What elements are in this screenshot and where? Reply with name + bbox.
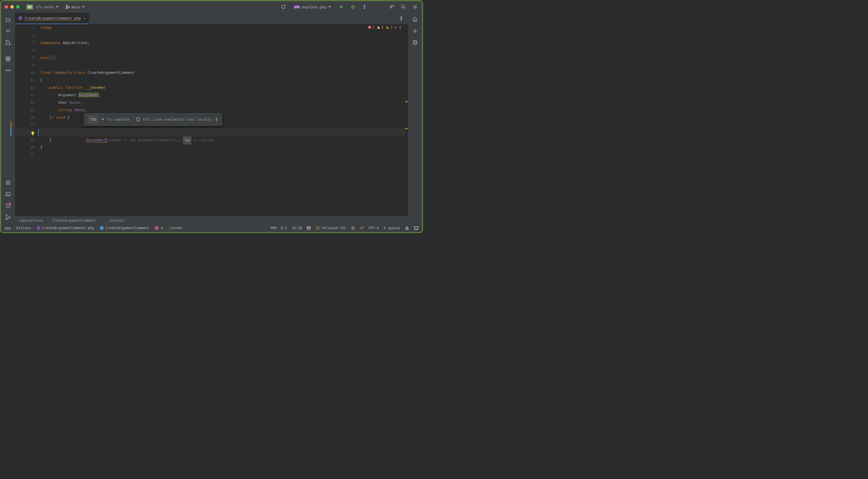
search-button[interactable] xyxy=(400,3,407,10)
shield-icon xyxy=(136,117,140,122)
copilot-icon[interactable] xyxy=(306,226,311,230)
caret-position-widget[interactable]: 18:18 xyxy=(291,226,302,230)
version-control-tool-button[interactable] xyxy=(3,212,13,222)
chevron-down-icon[interactable] xyxy=(101,118,104,120)
more-actions-button[interactable] xyxy=(361,3,368,10)
code-token: ( xyxy=(103,85,105,90)
code-token: final xyxy=(40,70,52,75)
php-file-icon xyxy=(19,16,23,20)
svg-point-8 xyxy=(390,5,392,7)
path-crumb[interactable]: __invoke xyxy=(165,226,182,230)
terminal-tool-button[interactable] xyxy=(3,190,13,199)
path-crumb[interactable]: Actions xyxy=(17,226,31,230)
line-number: 16 xyxy=(30,115,34,119)
settings-button[interactable] xyxy=(411,3,418,10)
intention-bulb-icon[interactable]: 💡 xyxy=(30,130,35,138)
php-version-widget[interactable]: PHP: 8.2 xyxy=(271,226,287,230)
vcs-branch-switcher[interactable]: main xyxy=(65,5,85,9)
line-number: 21 xyxy=(30,153,34,157)
close-window-button[interactable] xyxy=(5,5,8,9)
code-editor[interactable]: 1 2 3 4 ›5 9 10 11 12 13 14 15 16 17 18 … xyxy=(15,24,408,216)
commit-tool-button[interactable] xyxy=(3,26,13,36)
more-tools-button[interactable] xyxy=(3,66,13,75)
svg-rect-41 xyxy=(406,228,408,230)
code-token: ): xyxy=(49,115,56,119)
maximize-window-button[interactable] xyxy=(16,5,20,9)
indent-widget[interactable]: 4 spaces xyxy=(383,226,400,230)
breadcrumb-class[interactable]: CreateArgumentComment xyxy=(52,218,96,223)
svg-rect-19 xyxy=(8,59,10,61)
project-switcher[interactable]: RV rfc-vote xyxy=(24,3,61,11)
line-separator-widget[interactable]: LF xyxy=(360,226,364,230)
error-stripe[interactable] xyxy=(405,24,408,216)
title-bar: RV rfc-vote main php explain.php xyxy=(1,1,422,13)
debug-button[interactable] xyxy=(349,3,356,10)
folded-region[interactable]: ... xyxy=(47,56,56,60)
code-token: , xyxy=(99,93,101,97)
tab-filename-label: CreateArgumentComment.php xyxy=(25,16,81,21)
problems-tool-button[interactable] xyxy=(3,201,13,210)
path-crumb[interactable]: CreateArgumentComment xyxy=(105,226,149,230)
svg-point-6 xyxy=(364,7,365,7)
ide-status-icon[interactable] xyxy=(414,226,418,230)
svg-point-14 xyxy=(6,44,7,45)
path-crumb[interactable]: app xyxy=(5,226,11,230)
code-token: { xyxy=(65,115,69,119)
ai-assistant-tool-button[interactable] xyxy=(410,26,420,36)
svg-point-13 xyxy=(6,40,7,41)
code-token: use xyxy=(40,56,47,60)
svg-point-5 xyxy=(364,5,365,6)
editor-tab-bar: CreateArgumentComment.php × xyxy=(15,13,408,24)
structure-tool-button[interactable] xyxy=(3,54,13,64)
svg-point-37 xyxy=(307,226,310,230)
php-file-icon: php xyxy=(294,5,300,9)
code-token: App\Actions; xyxy=(60,40,90,45)
line-number: 15 xyxy=(30,108,34,112)
readonly-toggle-icon[interactable] xyxy=(405,226,409,230)
editor-tab[interactable]: CreateArgumentComment.php × xyxy=(15,13,89,24)
svg-point-22 xyxy=(9,70,10,71)
code-token: { xyxy=(40,78,42,82)
code-content[interactable]: 1 1 2 ∧ ∨ <?php namespace App\Actions; u… xyxy=(38,24,405,216)
code-token: $user xyxy=(69,100,81,105)
tailwind-widget[interactable]: {}Tailwind CSS xyxy=(316,226,346,230)
breadcrumb-namespace[interactable]: \App\Actions xyxy=(19,218,43,223)
notifications-tool-button[interactable] xyxy=(410,15,420,24)
svg-point-28 xyxy=(9,216,10,218)
svg-point-27 xyxy=(6,218,7,219)
xdebug-icon[interactable] xyxy=(351,226,355,230)
svg-point-21 xyxy=(8,70,9,71)
breadcrumb-method[interactable]: __invoke() xyxy=(105,218,126,223)
tab-options-button[interactable] xyxy=(398,15,405,22)
chevron-down-icon xyxy=(328,6,331,8)
svg-point-39 xyxy=(309,228,310,228)
svg-point-12 xyxy=(7,30,9,32)
pull-requests-tool-button[interactable] xyxy=(3,38,13,47)
svg-point-15 xyxy=(9,44,10,45)
code-token: void xyxy=(56,115,65,119)
svg-point-31 xyxy=(401,20,402,21)
database-tool-button[interactable] xyxy=(410,38,420,47)
svg-point-35 xyxy=(216,120,217,121)
branch-icon xyxy=(65,5,69,9)
run-configuration-selector[interactable]: php explain.php xyxy=(291,4,333,10)
build-status-icon[interactable] xyxy=(280,3,287,10)
services-tool-button[interactable] xyxy=(3,178,13,187)
line-number-gutter: 1 2 3 4 ›5 9 10 11 12 13 14 15 16 17 18 … xyxy=(15,24,38,216)
code-token: namespace xyxy=(40,40,60,45)
run-button[interactable] xyxy=(338,3,345,10)
minimize-window-button[interactable] xyxy=(10,5,14,9)
svg-point-2 xyxy=(68,6,69,7)
fold-toggle-icon[interactable]: › xyxy=(30,54,32,62)
code-with-me-button[interactable] xyxy=(389,3,396,10)
path-crumb[interactable]: CreateArgumentComment.php xyxy=(42,226,94,230)
line-number: 9 xyxy=(32,63,34,67)
project-tool-button[interactable] xyxy=(3,15,13,24)
encoding-widget[interactable]: UTF-8 xyxy=(369,226,379,230)
more-icon[interactable] xyxy=(214,117,218,122)
code-token: <?php xyxy=(40,26,52,30)
line-number: 12 xyxy=(30,85,34,90)
close-tab-button[interactable]: × xyxy=(83,16,86,21)
code-token: class xyxy=(74,70,85,75)
svg-rect-42 xyxy=(414,227,418,229)
